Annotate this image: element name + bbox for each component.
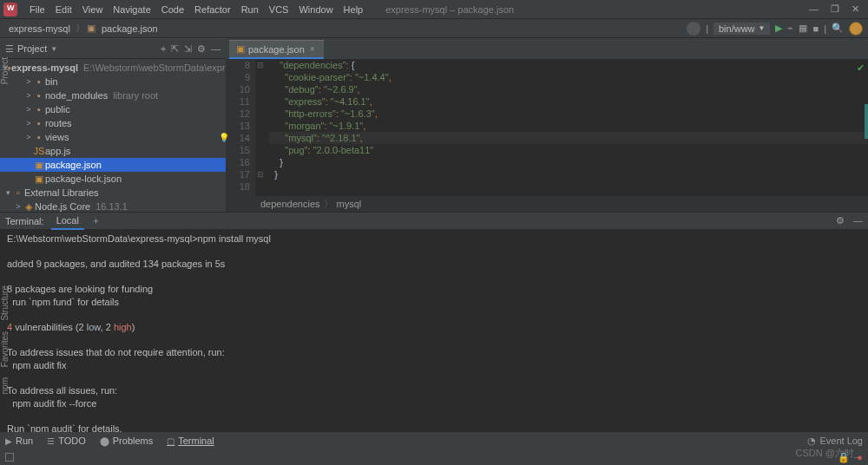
close-icon[interactable]: ×	[310, 44, 315, 54]
folder-icon: ▪	[33, 90, 45, 101]
terminal-line: npm audit fix	[7, 360, 67, 370]
editor-tabbar: ▣ package.json ×	[226, 38, 868, 59]
window-title-hint: express-mysql – package.json	[385, 4, 514, 15]
project-tree[interactable]: ▾▪express-mysqlE:\Webstorm\webStormData\…	[0, 59, 226, 212]
chevron-right-icon: 〉	[320, 198, 337, 211]
vuln-text: , 2	[101, 322, 114, 332]
toolwin-problems[interactable]: ⬤Problems	[100, 436, 153, 446]
terminal-line: npm audit fix --force	[7, 398, 96, 409]
library-icon: ◈	[23, 201, 35, 213]
editor: ▣ package.json × 89101112131415161718 ⊟⊟…	[226, 38, 868, 212]
run-config-select[interactable]: bin/www ▼	[713, 23, 771, 35]
tree-row[interactable]: >◈Node.js Core16.13.1	[0, 200, 226, 212]
vuln-text: vulnerabilities (2	[12, 322, 87, 332]
terminal-tab-local[interactable]: Local	[51, 213, 84, 230]
menu-refactor[interactable]: Refactor	[189, 0, 236, 19]
tree-row[interactable]: ▾▪express-mysqlE:\Webstorm\webStormData\…	[0, 61, 226, 75]
menu-help[interactable]: Help	[339, 0, 369, 19]
status-dot-icon[interactable]: ●	[857, 452, 863, 462]
menubar: File Edit View Navigate Code Refactor Ru…	[0, 0, 868, 19]
search-icon[interactable]: 🔍	[832, 23, 844, 34]
terminal-header: Terminal: Local ＋ ⚙ —	[0, 212, 868, 229]
locate-icon[interactable]: ⌖	[161, 43, 166, 55]
menu-view[interactable]: View	[77, 0, 108, 19]
json-file-icon: ▣	[87, 23, 95, 34]
menu-run[interactable]: Run	[236, 0, 264, 19]
tab-label: package.json	[248, 44, 305, 55]
toolwindow-toggle-icon[interactable]	[5, 453, 14, 462]
close-button[interactable]: ✕	[852, 3, 859, 15]
tree-row[interactable]: >▪views	[0, 130, 226, 144]
breadcrumb-file[interactable]: package.json	[98, 23, 161, 34]
collapse-icon[interactable]: ⇲	[184, 43, 192, 55]
gear-icon[interactable]: ⚙	[197, 43, 206, 55]
terminal-line: To address issues that do not require at…	[7, 347, 225, 357]
tab-package-json[interactable]: ▣ package.json ×	[229, 40, 324, 59]
right-gutter-marker[interactable]	[865, 104, 868, 139]
status-bar: 🔒 ●	[0, 449, 868, 465]
run-config-label: bin/www	[719, 23, 755, 34]
tree-row[interactable]: JSapp.js	[0, 144, 226, 158]
tree-row[interactable]: ▾▫External Libraries	[0, 186, 226, 200]
folder-icon: ▪	[33, 132, 45, 142]
tree-row[interactable]: >▪public	[0, 102, 226, 116]
run-icon[interactable]: ▶	[775, 23, 782, 34]
code-text[interactable]: "dependencies": { "cookie-parser": "~1.4…	[266, 59, 868, 196]
hide-icon[interactable]: —	[853, 215, 863, 226]
tree-row[interactable]: ▣package-lock.json	[0, 172, 226, 186]
minimize-button[interactable]: —	[809, 3, 819, 15]
breadcrumb-project[interactable]: express-mysql	[5, 23, 74, 34]
vuln-high: high	[114, 322, 132, 332]
line-number-gutter: 89101112131415161718	[226, 59, 255, 196]
code-area[interactable]: 89101112131415161718 ⊟⊟ "dependencies": …	[226, 59, 868, 196]
crumb-2[interactable]: mysql	[337, 199, 362, 209]
maximize-button[interactable]: ❐	[831, 3, 839, 15]
warn-icon: ⬤	[100, 436, 109, 446]
debug-icon[interactable]: ⌁	[787, 23, 793, 34]
toolwin-run[interactable]: ▶Run	[5, 436, 33, 446]
terminal-body[interactable]: E:\Webstorm\webStormData\express-mysql>n…	[0, 229, 868, 432]
inspection-ok-icon[interactable]: ✔	[857, 62, 865, 74]
menu-code[interactable]: Code	[156, 0, 189, 19]
editor-breadcrumb[interactable]: dependencies 〉 mysql	[226, 196, 868, 212]
hide-icon[interactable]: —	[211, 43, 220, 55]
terminal-line: run `npm fund` for details	[7, 297, 119, 307]
intention-bulb-icon[interactable]: 💡	[219, 132, 229, 144]
terminal-prompt: E:\Webstorm\webStormData\express-mysql>	[7, 233, 198, 244]
left-tool-gutter: Project Structure Favorites npm	[0, 52, 14, 399]
menu-navigate[interactable]: Navigate	[108, 0, 155, 19]
project-sidebar: ☰ Project ▼ ⌖ ⇱ ⇲ ⚙ — ▾▪express-mysqlE:\…	[0, 38, 226, 212]
new-terminal-tab-icon[interactable]: ＋	[91, 214, 101, 227]
add-config-icon[interactable]	[687, 22, 700, 36]
tree-row[interactable]: ▣package.json	[0, 158, 226, 172]
menu-edit[interactable]: Edit	[50, 0, 77, 19]
toolbar-sep: |	[706, 23, 708, 34]
coverage-icon[interactable]: ▦	[799, 23, 807, 34]
toolwin-eventlog[interactable]: Event Log	[819, 436, 863, 446]
chevron-right-icon: 〉	[74, 22, 87, 35]
project-view-label[interactable]: Project	[17, 43, 47, 54]
navbar: express-mysql 〉 ▣ package.json | bin/www…	[0, 19, 868, 38]
fold-gutter[interactable]: ⊟⊟	[255, 59, 266, 196]
menu-vcs[interactable]: VCS	[264, 0, 294, 19]
toolwin-npm[interactable]: npm	[0, 372, 10, 399]
main-split: ☰ Project ▼ ⌖ ⇱ ⇲ ⚙ — ▾▪express-mysqlE:\…	[0, 38, 868, 212]
chevron-down-icon[interactable]: ▼	[50, 45, 57, 53]
tree-row[interactable]: >▪bin	[0, 75, 226, 88]
json-icon: ▣	[33, 174, 45, 185]
toolwin-favorites[interactable]: Favorites	[0, 326, 10, 372]
user-avatar[interactable]	[849, 22, 863, 36]
gear-icon[interactable]: ⚙	[836, 215, 845, 226]
tree-row[interactable]: >▪routes	[0, 116, 226, 130]
menu-window[interactable]: Window	[293, 0, 338, 19]
crumb-1[interactable]: dependencies	[260, 199, 320, 209]
stop-icon[interactable]: ■	[812, 23, 819, 34]
lock-icon[interactable]: 🔒	[838, 452, 850, 463]
toolwin-project[interactable]: Project	[0, 52, 10, 89]
expand-icon[interactable]: ⇱	[171, 43, 179, 55]
toolwin-todo[interactable]: ☰TODO	[47, 436, 86, 446]
tree-row[interactable]: >▪node_moduleslibrary root	[0, 88, 226, 102]
menu-file[interactable]: File	[24, 0, 50, 19]
toolwin-structure[interactable]: Structure	[0, 280, 10, 326]
toolwin-terminal[interactable]: ▢Terminal	[167, 436, 214, 446]
